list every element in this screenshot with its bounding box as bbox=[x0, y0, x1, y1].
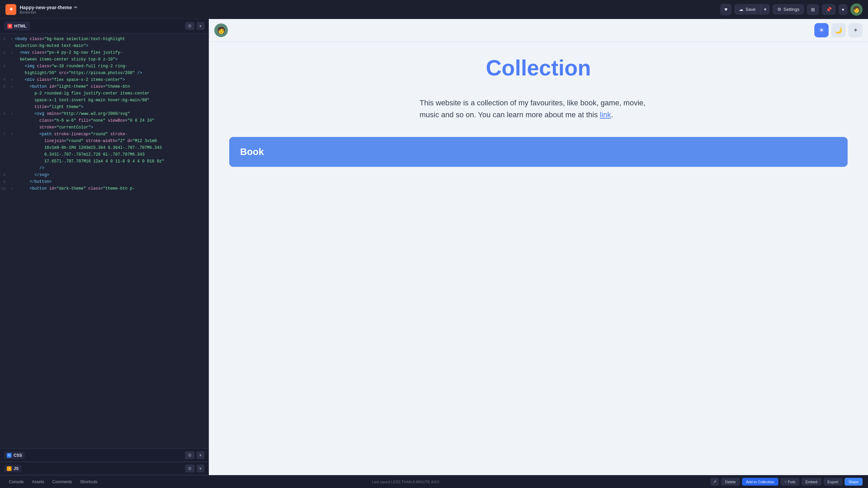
save-cloud-icon: ☁ bbox=[739, 7, 743, 12]
code-line: linejoin="round" stroke-width="2" d="M12… bbox=[0, 138, 209, 145]
comments-button[interactable]: Comments bbox=[49, 478, 75, 486]
status-right: ↗ Delete Add to Collection ⑂ Fork Embed … bbox=[710, 478, 863, 486]
console-button[interactable]: Console bbox=[5, 478, 27, 486]
code-line: between items-center sticky top-0 z-10"> bbox=[0, 56, 209, 63]
more-button[interactable]: ▾ bbox=[838, 4, 848, 15]
embed-button[interactable]: Embed bbox=[801, 478, 821, 486]
project-owner: Benbinbin bbox=[20, 10, 77, 14]
header-right: ♥ ☁ Save ▾ ⚙ Settings ⊞ 📌 ▾ 🧑 bbox=[720, 3, 863, 16]
preview-header: 🧑 ☀ 🌙 ✦ bbox=[209, 19, 868, 42]
grid-icon: ⊞ bbox=[811, 7, 815, 12]
js-tab-section: J JS ⚙ ▾ bbox=[0, 462, 209, 475]
code-editor[interactable]: 1 ▾ <body class="bg-base selection:text-… bbox=[0, 33, 209, 449]
tab-actions: ⚙ ▾ bbox=[185, 22, 204, 30]
header: ✦ Happy-new-year-theme ✏ Benbinbin ♥ ☁ S… bbox=[0, 0, 868, 19]
css-tab-section: C CSS ⚙ ▾ bbox=[0, 449, 209, 462]
settings-button[interactable]: ⚙ Settings bbox=[773, 4, 804, 15]
js-tab-bar: J JS ⚙ ▾ bbox=[0, 462, 209, 475]
js-chevron-button[interactable]: ▾ bbox=[197, 465, 204, 472]
code-line: 10 ▾ <button id="dark-theme" class="them… bbox=[0, 186, 209, 192]
status-left: Console Assets Comments Shortcuts bbox=[5, 478, 101, 486]
avatar[interactable]: 🧑 bbox=[850, 3, 863, 16]
code-line: 17.657l-.707.707M16 12a4 4 0 11-8 0 4 4 … bbox=[0, 158, 209, 165]
js-gear-button[interactable]: ⚙ bbox=[185, 465, 195, 472]
js-tab[interactable]: J JS bbox=[4, 465, 21, 472]
preview-content: Collection This website is a collection … bbox=[209, 42, 868, 475]
light-theme-button[interactable]: ☀ bbox=[814, 23, 829, 37]
main-area: ✕ HTML ⚙ ▾ 1 ▾ <body class="bg-base sele… bbox=[0, 19, 868, 475]
html-tab[interactable]: ✕ HTML bbox=[4, 21, 30, 31]
code-line: 3 <img class="w-10 rounded-full ring-2 r… bbox=[0, 63, 209, 70]
js-tab-indicator: J bbox=[7, 466, 12, 471]
share-button[interactable]: Share bbox=[845, 478, 863, 486]
project-name: Happy-new-year-theme ✏ bbox=[20, 5, 77, 10]
html-tab-indicator: ✕ bbox=[7, 24, 12, 29]
code-line: 8 </svg> bbox=[0, 172, 209, 179]
pin-button[interactable]: 📌 bbox=[822, 4, 836, 15]
code-line: 16v1m9-9h-1M4 12H3m15.364 6.364l-.707-.7… bbox=[0, 145, 209, 152]
tab-chevron-button[interactable]: ▾ bbox=[197, 22, 204, 30]
save-group: ☁ Save ▾ bbox=[734, 4, 770, 15]
theme-buttons: ☀ 🌙 ✦ bbox=[814, 23, 863, 37]
heart-button[interactable]: ♥ bbox=[720, 4, 732, 15]
assets-button[interactable]: Assets bbox=[29, 478, 48, 486]
code-line: 7 ▾ <path stroke-linecap="round" stroke- bbox=[0, 131, 209, 138]
add-to-collection-button[interactable]: Add to Collection bbox=[742, 478, 778, 486]
preview-book-card: Book bbox=[229, 137, 848, 167]
dark-theme-button[interactable]: 🌙 bbox=[831, 23, 846, 37]
js-tab-actions: ⚙ ▾ bbox=[185, 465, 204, 472]
code-line: 6 ▾ <svg xmlns="http://www.w3.org/2000/s… bbox=[0, 111, 209, 118]
css-gear-button[interactable]: ⚙ bbox=[185, 451, 195, 459]
html-tab-bar: ✕ HTML ⚙ ▾ bbox=[0, 19, 209, 33]
code-line: selection:bg-muted text-main"> bbox=[0, 43, 209, 50]
save-button[interactable]: ☁ Save bbox=[734, 4, 760, 15]
code-line: 6.343l-.707-.707m12.728 0l-.707.707M6.34… bbox=[0, 152, 209, 158]
settings-gear-icon: ⚙ bbox=[777, 7, 781, 12]
save-dropdown-button[interactable]: ▾ bbox=[760, 4, 770, 15]
delete-button[interactable]: Delete bbox=[721, 478, 740, 486]
fork-button[interactable]: ⑂ Fork bbox=[780, 478, 799, 486]
css-tab[interactable]: C CSS bbox=[4, 452, 25, 459]
css-tab-actions: ⚙ ▾ bbox=[185, 451, 204, 459]
header-left: ✦ Happy-new-year-theme ✏ Benbinbin bbox=[5, 4, 77, 15]
code-line: p-2 rounded-lg flex justify-center items… bbox=[0, 90, 209, 97]
code-line: stroke="currentColor"> bbox=[0, 124, 209, 131]
code-line: class="h-6 w-6" fill="none" viewBox="0 0… bbox=[0, 118, 209, 124]
status-bar: Console Assets Comments Shortcuts Last s… bbox=[0, 475, 868, 488]
css-tab-indicator: C bbox=[7, 453, 12, 458]
preview-title: Collection bbox=[229, 55, 848, 81]
code-line: 1 ▾ <body class="bg-base selection:text-… bbox=[0, 36, 209, 43]
editor-panel: ✕ HTML ⚙ ▾ 1 ▾ <body class="bg-base sele… bbox=[0, 19, 209, 475]
preview-avatar: 🧑 bbox=[214, 23, 228, 37]
fork-icon: ⑂ bbox=[784, 480, 787, 484]
css-chevron-button[interactable]: ▾ bbox=[197, 451, 204, 459]
last-saved-text: Last saved LESS THAN A MINUTE AGO bbox=[372, 480, 439, 484]
chevron-down-icon: ▾ bbox=[842, 7, 844, 12]
star-theme-button[interactable]: ✦ bbox=[848, 23, 863, 37]
shortcuts-button[interactable]: Shortcuts bbox=[77, 478, 101, 486]
css-tab-bar: C CSS ⚙ ▾ bbox=[0, 449, 209, 462]
tab-gear-button[interactable]: ⚙ bbox=[185, 22, 195, 30]
code-line: 5 ▾ <button id="light-theme" class="them… bbox=[0, 84, 209, 90]
code-line: 2 ▾ <nav class="px-4 py-2 bg-nav flex ju… bbox=[0, 50, 209, 56]
open-external-icon: ↗ bbox=[713, 480, 716, 484]
preview-panel: 🧑 ☀ 🌙 ✦ Collection This website is a col… bbox=[209, 19, 868, 475]
code-line: 9 </button> bbox=[0, 179, 209, 186]
pin-icon: 📌 bbox=[826, 7, 832, 12]
preview-link[interactable]: link bbox=[600, 110, 611, 119]
code-line: /> bbox=[0, 165, 209, 172]
logo-icon: ✦ bbox=[5, 4, 16, 15]
code-line: space-x-1 text-invert bg-main hover:bg-m… bbox=[0, 97, 209, 104]
code-line: highlight/50" src="https://picsum.photos… bbox=[0, 70, 209, 77]
project-info: Happy-new-year-theme ✏ Benbinbin bbox=[20, 5, 77, 14]
code-line: 4 ▾ <div class="flex space-x-2 items-cen… bbox=[0, 77, 209, 84]
edit-icon[interactable]: ✏ bbox=[74, 5, 77, 10]
code-line: title="light theme"> bbox=[0, 104, 209, 111]
open-external-button[interactable]: ↗ bbox=[710, 478, 719, 486]
preview-description: This website is a collection of my favou… bbox=[420, 97, 657, 121]
export-button[interactable]: Export bbox=[824, 478, 843, 486]
grid-view-button[interactable]: ⊞ bbox=[807, 4, 819, 15]
